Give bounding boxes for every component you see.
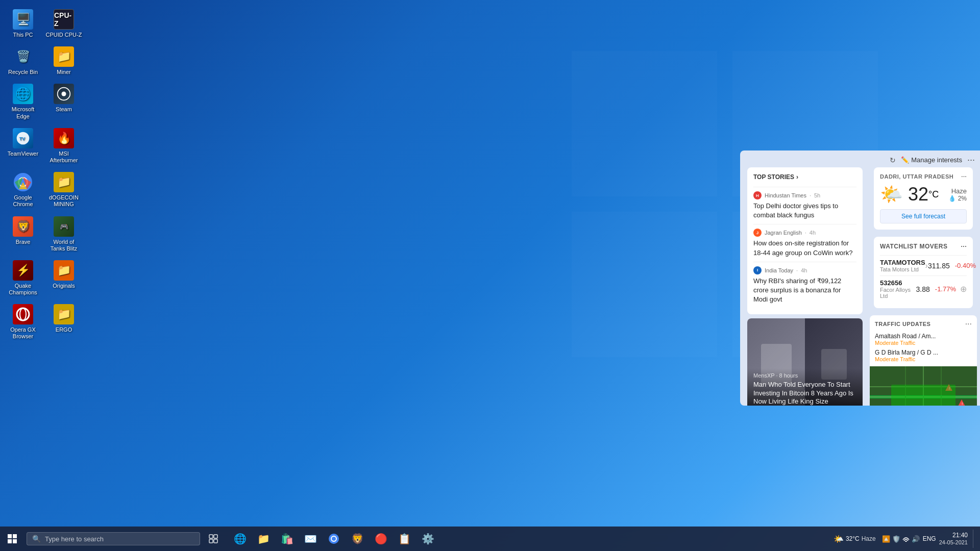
svg-rect-16 (8, 539, 12, 543)
taskbar-chrome-icon[interactable] (323, 528, 345, 550)
taskbar-edge-icon[interactable]: 🌐 (229, 528, 251, 550)
icon-quake-champions[interactable]: ⚡ Quake Champions (3, 256, 43, 300)
icon-steam[interactable]: Steam (43, 80, 84, 123)
taskbar-weather-widget[interactable]: 🌤️ 32°C Haze (830, 534, 879, 544)
svg-rect-17 (13, 539, 17, 543)
taskbar-brave-icon[interactable]: 🦁 (346, 528, 369, 550)
pencil-icon: ✏️ (901, 156, 909, 164)
svg-rect-14 (8, 534, 12, 538)
news-headline-1[interactable]: Top Delhi doctor gives tips to combat bl… (753, 202, 856, 220)
taskbar-clock[interactable]: 21:40 24-05-2021 (939, 532, 968, 546)
more-options-button[interactable]: ··· (967, 155, 975, 165)
taskbar-language[interactable]: ENG (923, 535, 936, 542)
svg-text:!: ! (962, 402, 963, 406)
ms-edge-label: Microsoft Edge (5, 106, 41, 119)
dogecoin-label: dOGECOIN MINING (45, 194, 82, 208)
weather-temp-display: 32°C (908, 184, 939, 205)
panel-right: DADRI, UTTAR PRADESH ··· 🌤️ 32°C Haze 💧 … (870, 167, 977, 406)
icon-this-pc[interactable]: 🖥️ This PC (3, 5, 43, 42)
svg-rect-18 (209, 535, 213, 538)
recycle-bin-label: Recycle Bin (8, 69, 38, 76)
weather-location: DADRI, UTTAR PRADESH ··· (880, 173, 967, 180)
taskbar-mail-icon[interactable]: ✉️ (299, 528, 322, 550)
taskbar-opera-icon[interactable]: 🔴 (370, 528, 392, 550)
svg-rect-15 (13, 534, 17, 538)
tray-security-icon[interactable]: 🛡️ (892, 535, 900, 543)
quake-champions-icon: ⚡ (13, 260, 33, 281)
stock-symbol-2: 532656 (880, 279, 916, 287)
world-of-tanks-label: World of Tanks Blitz (45, 239, 82, 252)
show-desktop-button[interactable] (973, 530, 976, 548)
weather-humidity: 💧 2% (948, 195, 967, 202)
icon-brave[interactable]: 🦁 Brave (3, 212, 43, 256)
taskbar-filemgr-icon[interactable]: 📋 (393, 528, 415, 550)
tray-volume-icon[interactable]: 🔊 (912, 535, 920, 543)
svg-point-24 (332, 537, 336, 541)
world-of-tanks-icon: 🎮 (54, 216, 74, 237)
traffic-routes: Amaltash Road / Am... Moderate Traffic G… (870, 331, 977, 366)
top-stories-section: TOP STORIES › H Hindustan Times · 5h Top… (747, 167, 863, 314)
see-full-forecast-button[interactable]: See full forecast (880, 209, 967, 223)
desktop-icons: 🖥️ This PC CPU-Z CPUID CPU-Z 🗑️ Recycle … (3, 5, 84, 344)
traffic-more-button[interactable]: ··· (965, 319, 972, 329)
source-name-2: Jagran English (765, 230, 802, 236)
top-stories-header[interactable]: TOP STORIES › (753, 173, 856, 181)
taskbar-store-icon[interactable]: 🛍️ (276, 528, 298, 550)
icon-originals[interactable]: 📁 Originals (43, 256, 84, 300)
news-image-section: MensXP · 8 hours Man Who Told Everyone T… (747, 318, 863, 406)
icon-google-chrome[interactable]: Google Chrome (3, 168, 43, 212)
story-time-1: · (810, 192, 811, 198)
icon-msi-afterburner[interactable]: 🔥 MSI Afterburner (43, 124, 84, 168)
opera-gx-label: Opera GX Browser (5, 327, 41, 340)
chevron-icon: › (796, 173, 798, 181)
tray-expand-icon[interactable]: 🔼 (882, 535, 890, 543)
icon-opera-gx[interactable]: Opera GX Browser (3, 300, 43, 344)
stock-add-button-2[interactable]: ⊕ (960, 284, 967, 294)
weather-more-button[interactable]: ··· (961, 173, 967, 180)
svg-marker-10 (945, 384, 952, 391)
tray-network-icon[interactable] (902, 535, 910, 543)
news-headline-2[interactable]: How does on-site registration for 18-44 … (753, 239, 856, 257)
icon-world-of-tanks[interactable]: 🎮 World of Tanks Blitz (43, 212, 84, 256)
icon-miner[interactable]: 📁 Miner (43, 42, 84, 80)
news-image-title[interactable]: Man Who Told Everyone To Start Investing… (753, 381, 856, 406)
weather-icon: 🌤️ (880, 184, 903, 205)
icon-cpuz[interactable]: CPU-Z CPUID CPU-Z (43, 5, 84, 42)
task-view-button[interactable] (202, 528, 225, 550)
svg-rect-19 (214, 535, 217, 538)
icon-ergo[interactable]: 📁 ERGO (43, 300, 84, 344)
svg-rect-20 (209, 539, 213, 543)
start-button[interactable] (0, 527, 24, 551)
icon-dogecoin[interactable]: 📁 dOGECOIN MINING (43, 168, 84, 212)
source-icon-ht: H (753, 191, 762, 199)
manage-interests-button[interactable]: ✏️ Manage interests (901, 156, 962, 164)
watchlist-header: WATCHLIST MOVERS ··· (880, 243, 967, 250)
news-item-2: J Jagran English · 4h How does on-site r… (753, 224, 856, 261)
stock-row-532656: 532656 Facor Alloys Ltd 3.88 -1.77% ⊕ (880, 276, 967, 302)
story-time-val-2: 4h (810, 230, 816, 236)
quake-champions-label: Quake Champions (5, 283, 41, 296)
taskbar-search-box[interactable]: 🔍 Type here to search (27, 532, 200, 545)
cpuz-icon: CPU-Z (54, 9, 74, 30)
svg-text:!: ! (949, 386, 950, 391)
taskbar-settings-icon[interactable]: ⚙️ (416, 528, 439, 550)
traffic-route-2: G D Birla Marg / G D ... Moderate Traffi… (875, 349, 972, 362)
teamviewer-icon: TV (13, 128, 33, 148)
icon-ms-edge[interactable]: 🌐 Microsoft Edge (3, 80, 43, 123)
news-image-container: MensXP · 8 hours Man Who Told Everyone T… (747, 318, 863, 406)
svg-text:TV: TV (19, 136, 25, 141)
traffic-section: TRAFFIC UPDATES ··· Amaltash Road / Am..… (870, 315, 977, 406)
refresh-button[interactable]: ↻ (890, 156, 896, 164)
icon-recycle-bin[interactable]: 🗑️ Recycle Bin (3, 42, 43, 80)
msi-afterburner-label: MSI Afterburner (45, 151, 82, 164)
clock-time: 21:40 (939, 532, 968, 539)
news-headline-3[interactable]: Why RBI's sharing of ₹99,122 crore surpl… (753, 277, 856, 305)
source-icon-jagran: J (753, 229, 762, 237)
originals-icon: 📁 (54, 260, 74, 281)
weather-details: Haze 💧 2% (948, 187, 967, 202)
taskbar-explorer-icon[interactable]: 📁 (252, 528, 275, 550)
svg-rect-21 (214, 539, 217, 543)
traffic-route-1: Amaltash Road / Am... Moderate Traffic (875, 333, 972, 346)
icon-teamviewer[interactable]: TV TeamViewer (3, 124, 43, 168)
watchlist-more-button[interactable]: ··· (961, 243, 967, 250)
